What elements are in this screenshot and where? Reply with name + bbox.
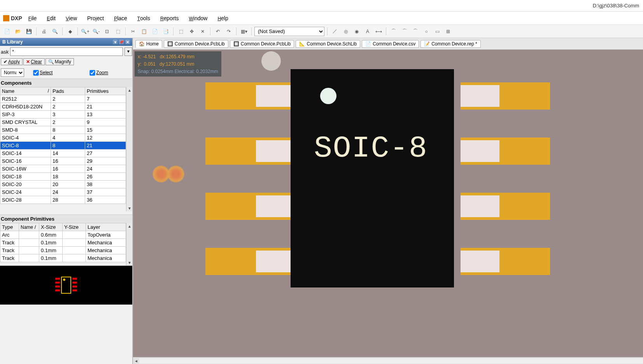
column-xsize[interactable]: X-Size	[39, 223, 63, 231]
table-row[interactable]: SOIC-181826	[0, 173, 126, 181]
table-row[interactable]: Track0.1mmMechanica	[0, 254, 126, 262]
table-row[interactable]: CDRH5D18-220N221	[0, 103, 126, 111]
arc1-icon[interactable]: ⌒	[389, 27, 398, 36]
via-icon[interactable]: ◉	[352, 27, 361, 36]
magnify-button[interactable]: 🔍Magnify	[46, 58, 74, 65]
pcb-3d-viewer[interactable]: x: -4.521 dx:1265.479 mm y: 0.051 dy:127…	[133, 50, 643, 357]
paste-special-icon[interactable]: 📑	[161, 27, 170, 36]
mask-level-combo[interactable]: (Not Saved)	[254, 27, 324, 36]
string-icon[interactable]: A	[363, 27, 372, 36]
panel-dropdown-icon[interactable]: ▾	[113, 40, 117, 44]
copy-icon[interactable]: 📋	[139, 27, 149, 36]
menu-window[interactable]: Window	[185, 14, 211, 23]
panel-close-icon[interactable]: ✕	[125, 40, 130, 44]
array-icon[interactable]: ⊞	[443, 27, 453, 36]
column-name[interactable]: Name/	[0, 87, 51, 95]
menu-place[interactable]: Place	[110, 14, 131, 23]
column-name2[interactable]: Name /	[19, 223, 39, 231]
doc-tab[interactable]: 📐Common Device.SchLib	[296, 40, 360, 48]
apply-button[interactable]: ✔Apply	[1, 58, 23, 65]
primitives-scrollbar[interactable]: ▴ ▾	[126, 223, 132, 266]
grid-icon[interactable]: ▦▾	[239, 27, 249, 36]
table-row[interactable]: SOIC-4412	[0, 134, 126, 142]
components-scrollbar[interactable]: ▴ ▾	[126, 87, 132, 211]
table-row[interactable]: Track0.1mmMechanica	[0, 247, 126, 254]
table-row[interactable]: Arc0.6mmTopOverla	[0, 231, 126, 239]
save-icon[interactable]: 💾	[24, 27, 33, 36]
table-row[interactable]: SOIC-202038	[0, 181, 126, 188]
panel-pin-icon[interactable]: 📌	[119, 40, 124, 44]
panel-title-bar[interactable]: B Library ▾ 📌 ✕	[0, 38, 132, 46]
components-table[interactable]: Name/ Pads Primitives R251227CDRH5D18-22…	[0, 87, 126, 204]
print-icon[interactable]: 🖨	[39, 27, 49, 36]
mode-combo[interactable]: Normal	[1, 68, 24, 77]
select-rect-icon[interactable]: ⬚	[176, 27, 186, 36]
layers-icon[interactable]: ◆	[65, 27, 75, 36]
scroll-down-icon[interactable]: ▾	[126, 260, 132, 266]
arc3-icon[interactable]: ⌒	[411, 27, 420, 36]
circle-icon[interactable]: ○	[422, 27, 431, 36]
clear-button[interactable]: ✕Clear	[23, 58, 45, 65]
table-row[interactable]: SIP-3313	[0, 111, 126, 118]
table-row[interactable]: SOIC-8821	[0, 142, 126, 150]
dimension-icon[interactable]: ⟷	[374, 27, 383, 36]
mask-dropdown-icon[interactable]: ▾	[124, 47, 132, 56]
zoom-checkbox[interactable]: Zoom	[90, 70, 108, 75]
column-layer[interactable]: Layer	[86, 223, 126, 231]
column-primitives[interactable]: Primitives	[85, 87, 126, 95]
zoom-in-icon[interactable]: 🔍+	[81, 27, 90, 36]
menu-tools[interactable]: Tools	[133, 14, 154, 23]
menu-reports[interactable]: Reports	[156, 14, 183, 23]
select-checkbox[interactable]: Select	[33, 70, 53, 75]
undo-icon[interactable]: ↶	[213, 27, 223, 36]
doc-tab[interactable]: 🔲Common Device.PcbLib	[164, 40, 228, 48]
scroll-up-icon[interactable]: ▴	[126, 223, 132, 229]
app-logo[interactable]: DXP	[3, 15, 22, 21]
doc-tab[interactable]: 🔲Common Device.PcbLib	[230, 40, 294, 48]
table-row[interactable]: SOIC-141427	[0, 150, 126, 157]
column-type[interactable]: Type	[0, 223, 19, 231]
column-pads[interactable]: Pads	[51, 87, 85, 95]
open-icon[interactable]: 📂	[13, 27, 23, 36]
zoom-area-icon[interactable]: ⬚	[113, 27, 123, 36]
deselect-icon[interactable]: ✕	[198, 27, 207, 36]
menu-file[interactable]: File	[25, 14, 40, 23]
cut-icon[interactable]: ✂	[128, 27, 138, 36]
menu-help[interactable]: Help	[214, 14, 232, 23]
table-row[interactable]: SMD-8815	[0, 126, 126, 134]
table-row[interactable]: Track0.1mmMechanica	[0, 239, 126, 247]
arc2-icon[interactable]: ⌒	[400, 27, 409, 36]
scroll-down-icon[interactable]: ▾	[126, 205, 132, 211]
table-row[interactable]: SOIC-16W1624	[0, 165, 126, 173]
mask-input[interactable]: *	[10, 47, 123, 56]
table-row[interactable]: R251227	[0, 95, 126, 103]
column-ysize[interactable]: Y-Size	[63, 223, 86, 231]
doc-tab[interactable]: 🏠Home	[135, 40, 162, 48]
zoom-out-icon[interactable]: 🔍-	[91, 27, 101, 36]
redo-icon[interactable]: ↷	[224, 27, 233, 36]
menu-view[interactable]: View	[62, 14, 81, 23]
table-row[interactable]: SOIC-282836	[0, 196, 126, 204]
pad-icon[interactable]: ◎	[341, 27, 350, 36]
scroll-up-icon[interactable]: ▴	[126, 87, 132, 93]
new-icon[interactable]: 📄	[2, 27, 12, 36]
zoom-fit-icon[interactable]: ⊡	[102, 27, 112, 36]
doc-tab[interactable]: 📄Common Device.csv	[362, 40, 419, 48]
primitives-table[interactable]: Type Name / X-Size Y-Size Layer Arc0.6mm…	[0, 223, 126, 262]
scroll-left-icon[interactable]: ◂	[133, 358, 139, 364]
line-icon[interactable]: ／	[330, 27, 340, 36]
menu-edit[interactable]: Edit	[43, 14, 60, 23]
pcb-library-panel: B Library ▾ 📌 ✕ ask * ▾ ✔Apply ✕Clear 🔍M…	[0, 38, 133, 364]
preview-icon[interactable]: 🔍	[50, 27, 60, 36]
menu-project[interactable]: Project	[83, 14, 108, 23]
pin1-indicator	[320, 88, 336, 104]
fill-icon[interactable]: ▭	[433, 27, 442, 36]
table-row[interactable]: SOIC-161629	[0, 157, 126, 165]
move-icon[interactable]: ✥	[187, 27, 196, 36]
paste-icon[interactable]: 📄	[150, 27, 159, 36]
doc-tab[interactable]: 📝Common Device.rep *	[420, 40, 480, 48]
main-toolbar: 📄 📂 💾 🖨 🔍 ◆ 🔍+ 🔍- ⊡ ⬚ ✂ 📋 📄 📑 ⬚ ✥ ✕ ↶ ↷ …	[0, 25, 643, 38]
horizontal-scrollbar[interactable]: ◂	[133, 357, 643, 364]
table-row[interactable]: SOIC-242437	[0, 188, 126, 196]
table-row[interactable]: SMD CRYSTAL29	[0, 118, 126, 126]
